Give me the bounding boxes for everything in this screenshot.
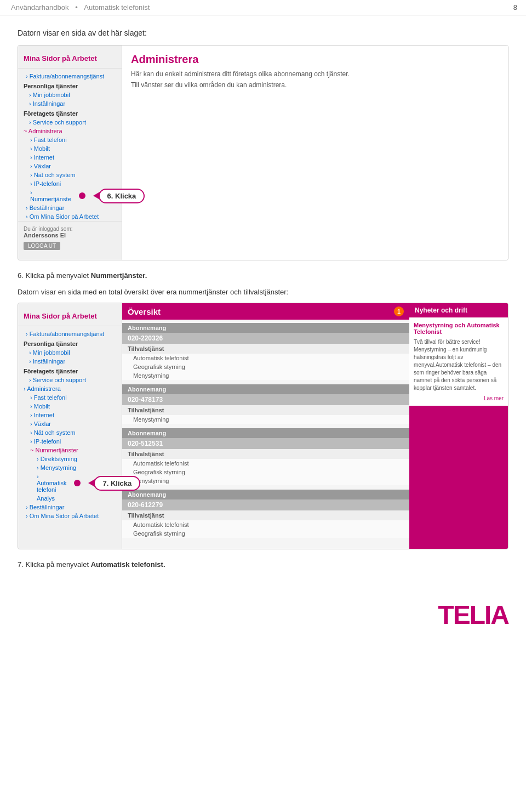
s2-link-service[interactable]: Service och support [18, 376, 122, 384]
section3-text: 7. Klicka på menyvalet Automatisk telefo… [18, 559, 508, 570]
page-content: Datorn visar en sida av det här slaget: … [0, 15, 526, 589]
s2-label-personliga: Personliga tjänster [18, 338, 122, 348]
overview-content: Översikt 1 Abonnemang 020-220326 Tillval… [122, 303, 409, 549]
abonnemang-label-1: Abonnemang [122, 323, 409, 333]
footer-label1: Du är inloggad som: [24, 226, 116, 232]
sidebar-link-administrera1[interactable]: ~ Administrera [18, 127, 122, 135]
sidebar-link-nummertjanste1[interactable]: Nummertjänste [30, 188, 77, 203]
header-separator: • [75, 3, 78, 12]
step2-text: Klicka på menyvalet [25, 271, 90, 280]
s2-link-nummertjanster[interactable]: ~ Nummertjänster [18, 446, 122, 455]
tillvalsjanst-label-3: Tillvalstjänst [122, 449, 409, 459]
service-item-3-1: Automatisk telefonist [122, 459, 409, 468]
service-item-3-3: Menystyrning [122, 476, 409, 485]
sidebar-link-om1[interactable]: Om Mina Sidor på Arbetet [18, 212, 122, 221]
s2-link-fast[interactable]: Fast telefoni [18, 393, 122, 402]
tillvalsjanst-label-2: Tillvalstjänst [122, 405, 409, 415]
overview-badge: 1 [394, 306, 404, 316]
tillvalsjanst-label-4: Tillvalstjänst [122, 510, 409, 520]
sidebar-link-bestallningar1[interactable]: Beställningar [18, 203, 122, 212]
s2-link-nat[interactable]: Nät och system [18, 428, 122, 437]
header-subtitle: Automatisk telefonist [84, 3, 150, 12]
header-breadcrumb: Användarhandbok • Automatisk telefonist [9, 3, 152, 12]
click-callout2: 7. Klicka [94, 476, 140, 491]
sidebar1: Mina Sidor på Arbetet Faktura/abonnemang… [18, 46, 122, 260]
read-more-link[interactable]: Läs mer [414, 395, 504, 401]
page-header: Användarhandbok • Automatisk telefonist … [0, 0, 526, 15]
sidebar-label-foretagets1: Företagets tjänster [18, 108, 122, 118]
portal-layout1: Mina Sidor på Arbetet Faktura/abonnemang… [18, 46, 508, 260]
section2-text: 6. Klicka på menyvalet Nummertjänster. [18, 270, 508, 281]
header-title: Användarhandbok [11, 3, 69, 12]
news-body-text: Två tillval för bättre service! Menystyr… [414, 338, 504, 392]
automatisk-row: Automatisk telefoni 7. Klicka [18, 472, 122, 494]
sidebar-link-vaxlar1[interactable]: Växlar [18, 162, 122, 171]
sidebar1-logo: Mina Sidor på Arbetet [18, 51, 122, 69]
s2-link-faktura[interactable]: Faktura/abonnemangstjänst [18, 330, 122, 338]
logout-button1[interactable]: LOGGA UT [24, 242, 60, 250]
s2-link-bestallningar[interactable]: Beställningar [18, 503, 122, 512]
screenshot1: Mina Sidor på Arbetet Faktura/abonnemang… [18, 45, 508, 260]
sidebar2: Mina Sidor på Arbetet Faktura/abonnemang… [18, 303, 122, 549]
s2-link-ip[interactable]: IP-telefoni [18, 437, 122, 446]
sidebar-link-jobbmobil1[interactable]: Min jobbmobil [18, 90, 122, 99]
section2-para2: Datorn visar en sida med en total översi… [18, 287, 508, 298]
service-item-4-1: Automatisk telefonist [122, 520, 409, 529]
sidebar-label-personliga1: Personliga tjänster [18, 81, 122, 90]
s2-link-automatisk[interactable]: Automatisk telefoni [37, 472, 72, 494]
s2-link-installningar[interactable]: Inställningar [18, 357, 122, 366]
service-item-3-2: Geografisk styrning [122, 468, 409, 476]
bottom-spacer [122, 538, 409, 543]
telia-logo-area: TELIA [0, 589, 526, 639]
s2-link-internet[interactable]: Internet [18, 411, 122, 419]
admin-title1: Administrera [131, 53, 499, 66]
s2-link-mobilt[interactable]: Mobilt [18, 402, 122, 411]
footer-user1: Anderssons El [24, 232, 116, 239]
step3-bold: Automatisk telefonist. [91, 560, 165, 569]
sidebar-link-mobilt1[interactable]: Mobilt [18, 144, 122, 153]
abonnemang-number-3: 020-512531 [122, 438, 409, 449]
news-title: Menystyrning och Automatisk Telefonist [414, 322, 504, 335]
abonnemang-label-3: Abonnemang [122, 428, 409, 438]
screenshot2: Mina Sidor på Arbetet Faktura/abonnemang… [18, 303, 508, 549]
nummertjanste-row1: Nummertjänste 6. Klicka [18, 188, 122, 203]
sidebar-link-ip1[interactable]: IP-telefoni [18, 179, 122, 188]
click-callout1: 6. Klicka [99, 189, 145, 203]
s2-link-administrera[interactable]: Administrera [18, 384, 122, 393]
admin-desc2: Till vänster ser du vilka områden du kan… [131, 81, 499, 89]
s2-link-menystyrning[interactable]: Menystyrning [18, 463, 122, 472]
step2-bold: Nummertjänster. [91, 271, 147, 280]
sidebar-link-internet1[interactable]: Internet [18, 153, 122, 162]
sidebar-link-installningar1[interactable]: Inställningar [18, 99, 122, 108]
news-panel-header: Nyheter och drift [409, 303, 508, 317]
s2-link-jobbmobil[interactable]: Min jobbmobil [18, 348, 122, 357]
tillvalsjanst-label-1: Tillvalstjänst [122, 344, 409, 354]
news-panel: Nyheter och drift Menystyrning och Autom… [409, 303, 508, 549]
step2-number: 6. [18, 271, 24, 280]
main-area1: Administrera Här kan du enkelt administr… [122, 46, 508, 260]
step3-number: 7. [18, 560, 24, 569]
automatisk-dot [74, 480, 81, 486]
news-panel-body: Menystyrning och Automatisk Telefonist T… [409, 317, 508, 406]
abonnemang-label-4: Abonnemang [122, 490, 409, 499]
sidebar-link-nat1[interactable]: Nät och system [18, 171, 122, 179]
sidebar-link-faktura1[interactable]: Faktura/abonnemangstjänst [18, 72, 122, 81]
s2-link-direktstyrning[interactable]: Direktstyrning [18, 455, 122, 463]
s2-label-foretagets: Företagets tjänster [18, 366, 122, 376]
s2-link-vaxlar[interactable]: Växlar [18, 419, 122, 428]
abonnemang-number-4: 020-612279 [122, 499, 409, 510]
sidebar-link-fast1[interactable]: Fast telefoni [18, 135, 122, 144]
s2-link-analys[interactable]: Analys [18, 494, 122, 503]
portal-layout2: Mina Sidor på Arbetet Faktura/abonnemang… [18, 303, 508, 549]
step3-text: Klicka på menyvalet [25, 560, 90, 569]
page-number: 8 [513, 3, 517, 12]
service-item-2-1: Menystyrning [122, 415, 409, 424]
abonnemang-number-1: 020-220326 [122, 333, 409, 344]
abonnemang-number-2: 020-478173 [122, 394, 409, 405]
section1-intro: Datorn visar en sida av det här slaget: [18, 29, 508, 37]
admin-desc1: Här kan du enkelt administrera ditt före… [131, 70, 499, 78]
sidebar2-logo: Mina Sidor på Arbetet [18, 309, 122, 326]
s2-link-om[interactable]: Om Mina Sidor på Arbetet [18, 512, 122, 520]
service-item-4-2: Geografisk styrning [122, 529, 409, 538]
sidebar-link-service1[interactable]: Service och support [18, 118, 122, 127]
